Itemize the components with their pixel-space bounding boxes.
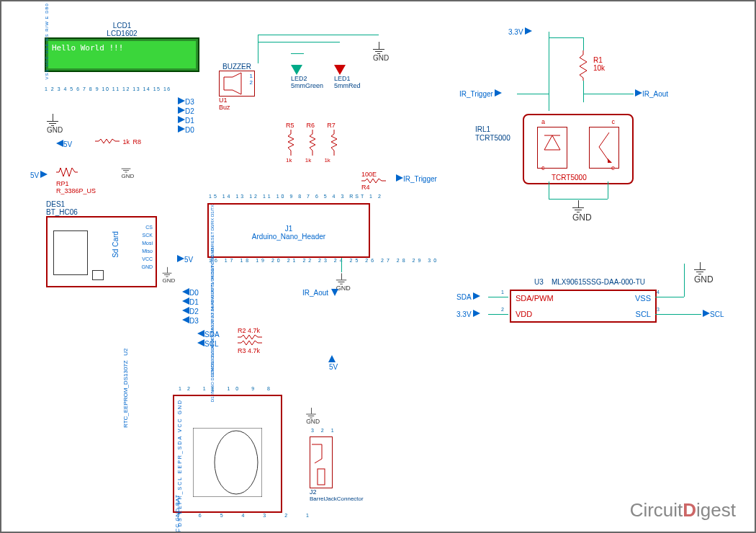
lcd-display: Hello World !!! (45, 37, 199, 72)
rtc-part: RTC_EEPROM_DS1307Z U2 (122, 348, 129, 428)
net-ir-trigger-arduino: IR_Trigger (396, 174, 437, 183)
svg-line-5 (599, 133, 609, 147)
gnd-ir: GND (572, 200, 584, 223)
ir-ref: IRL1 TCRT5000 (475, 125, 510, 143)
gnd-pot: GND (122, 169, 131, 179)
net-5v-pot: 5V (30, 171, 48, 179)
svg-marker-3 (544, 135, 560, 150)
buzzer: BUZZER 12 U1 Buz (219, 63, 255, 111)
r1-label: R1 10k (593, 56, 605, 72)
net-ir-aout: IR_Aout (635, 89, 668, 98)
r-vals: 1k 1k 1k (286, 157, 330, 164)
lcd-pin-nums: 1 2 3 4 5 6 7 8 9 10 11 12 13 14 15 16 (45, 86, 199, 91)
svg-rect-2 (318, 469, 325, 485)
led1: LED1 5mmRed (334, 65, 361, 89)
arduino-nums-top: 15 14 13 12 11 10 9 8 7 6 5 4 3 RST 1 2 (209, 194, 383, 199)
lcd-pins: VSS VCC VEE RS R/W E DB0 DB1 DB2 DB3 DB4… (45, 73, 199, 79)
tcrt5000: a c c e TCRT5000 (523, 114, 634, 184)
gnd-barrel: GND (306, 408, 316, 425)
brand-watermark: CircuitDigest (630, 499, 736, 521)
barrel-jack: J2 BarrelJackConnector (310, 436, 364, 502)
svg-rect-0 (193, 428, 262, 497)
sd-module: DES1 BT_HC06 Sd Card CSSCKMosiMisoVCCGND (46, 200, 157, 287)
gnd-mlx: GND (694, 262, 706, 285)
gnd-sd: GND (163, 267, 172, 283)
r8: 1k R8 (95, 138, 141, 145)
lcd-part: LCD1602 (45, 30, 199, 37)
gnd-lcd: GND (47, 114, 58, 134)
r1 (579, 50, 588, 82)
nets-i2c-nano: SDA SCL (197, 330, 220, 349)
net-33v-ir: 3.3V (508, 27, 532, 36)
mlx90615: SDA/PWM VDD VSS SCL (510, 290, 657, 323)
r-row: R5 R6 R7 (286, 120, 336, 129)
lcd-ref: LCD1 (45, 22, 199, 30)
nets-d-lcd: D3 D2 D1 D0 (178, 97, 194, 135)
svg-marker-7 (608, 158, 612, 163)
net-ir-aout-nano: IR_Aout (302, 288, 338, 297)
net-ir-trigger: IR_Trigger (459, 89, 502, 98)
svg-point-1 (215, 431, 258, 494)
rtc-module (173, 395, 282, 513)
led2: LED2 5mmGreen (291, 65, 323, 89)
svg-line-6 (599, 147, 609, 161)
r4: 100E R4 (361, 171, 386, 191)
lcd-text: Hello World !!! (52, 43, 123, 53)
net-5v-sd: 5V (177, 255, 193, 264)
nets-d-nano: D0 D1 D2 D3 (182, 288, 199, 326)
mlx-labels: U3 MLX90615SSG-DAA-000-TU (534, 278, 645, 286)
net-5v-lcd: 5V (56, 140, 72, 148)
net-33v-mlx: 3.3V (456, 310, 480, 318)
arduino-nums-bot: 16 17 18 19 20 21 22 23 24 25 26 27 28 2… (209, 258, 439, 263)
net-scl-mlx: SCL (703, 310, 724, 318)
arduino-pins-bot: SCK/D13 3V3 AREF A0 A1 A2 A3 A4 A5 A6 A7… (210, 246, 366, 377)
net-5v-nano: 5V (329, 354, 338, 371)
net-sda-mlx: SDA (456, 292, 480, 301)
r3: R3 4.7k (238, 340, 262, 354)
rp1: RP1 R_3386P_US (56, 166, 96, 194)
r2: R2 4.7k (238, 327, 262, 340)
gnd-leds: GND (373, 42, 384, 62)
